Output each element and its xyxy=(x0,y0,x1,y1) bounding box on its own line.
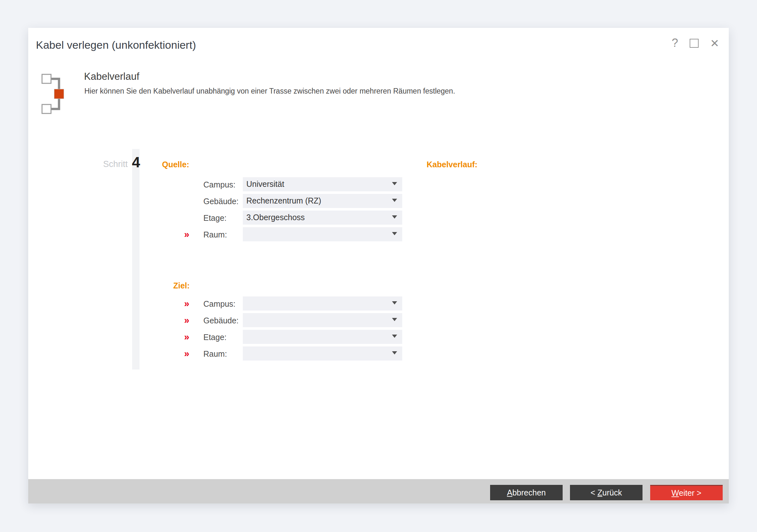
required-marker-icon: » xyxy=(184,298,189,309)
help-icon[interactable]: ? xyxy=(668,36,681,50)
section-title-ziel: Ziel: xyxy=(173,281,190,290)
next-button[interactable]: Weiter > xyxy=(650,485,723,500)
ziel-etage-dropdown[interactable] xyxy=(243,330,402,344)
close-icon[interactable]: ✕ xyxy=(708,37,722,50)
next-button-key: W xyxy=(671,489,679,497)
next-button-post: eiter > xyxy=(679,489,701,497)
quelle-gebaeude-label: Gebäude: xyxy=(203,197,239,206)
ziel-campus-label: Campus: xyxy=(203,299,235,309)
back-button[interactable]: < Zurück xyxy=(570,485,643,500)
quelle-etage-value: 3.Obergeschoss xyxy=(246,213,305,222)
quelle-gebaeude-value: Rechenzentrum (RZ) xyxy=(246,196,321,206)
back-button-pre: < xyxy=(590,488,597,497)
quelle-campus-row: Campus: Universität xyxy=(182,177,404,191)
wizard-step-icon xyxy=(41,73,67,114)
quelle-campus-value: Universität xyxy=(246,180,284,189)
wizard-dialog: Kabel verlegen (unkonfektioniert) ? ✕ Ka… xyxy=(28,28,729,503)
section-title-quelle: Quelle: xyxy=(162,160,189,169)
maximize-icon[interactable] xyxy=(690,39,699,48)
ziel-raum-dropdown[interactable] xyxy=(243,347,402,361)
chevron-down-icon xyxy=(392,318,397,321)
quelle-gebaeude-dropdown[interactable]: Rechenzentrum (RZ) xyxy=(243,194,402,208)
quelle-etage-dropdown[interactable]: 3.Obergeschoss xyxy=(243,210,402,225)
cancel-button[interactable]: Abbrechen xyxy=(490,485,562,500)
section-title-kabelverlauf: Kabelverlauf: xyxy=(427,160,477,169)
quelle-raum-label: Raum: xyxy=(203,230,227,239)
required-marker-icon: » xyxy=(184,315,189,325)
ziel-raum-row: » Raum: xyxy=(182,347,404,361)
required-marker-icon: » xyxy=(184,332,189,342)
ziel-campus-dropdown[interactable] xyxy=(243,296,402,311)
chevron-down-icon xyxy=(392,351,397,354)
chevron-down-icon xyxy=(392,215,397,219)
cancel-button-post: bbrechen xyxy=(512,488,546,497)
ziel-etage-label: Etage: xyxy=(203,333,227,342)
chevron-down-icon xyxy=(392,301,397,304)
step-label: Schritt xyxy=(67,159,128,169)
quelle-raum-row: » Raum: xyxy=(182,227,404,241)
required-marker-icon: » xyxy=(184,229,189,240)
quelle-etage-label: Etage: xyxy=(203,213,227,223)
back-button-post: urück xyxy=(602,488,622,497)
ziel-etage-row: » Etage: xyxy=(182,330,404,344)
ziel-gebaeude-label: Gebäude: xyxy=(203,316,239,325)
step-number: 4 xyxy=(130,154,142,171)
quelle-gebaeude-row: Gebäude: Rechenzentrum (RZ) xyxy=(182,194,404,208)
page-description: Hier können Sie den Kabelverlauf unabhän… xyxy=(84,87,455,96)
quelle-etage-row: Etage: 3.Obergeschoss xyxy=(182,210,404,225)
quelle-raum-dropdown[interactable] xyxy=(243,227,402,241)
chevron-down-icon xyxy=(392,232,397,235)
ziel-campus-row: » Campus: xyxy=(182,296,404,311)
chevron-down-icon xyxy=(392,335,397,338)
back-button-key: Z xyxy=(597,488,602,497)
chevron-down-icon xyxy=(392,199,397,202)
chevron-down-icon xyxy=(392,182,397,185)
ziel-gebaeude-dropdown[interactable] xyxy=(243,313,402,327)
page-title: Kabelverlauf xyxy=(84,71,139,82)
ziel-raum-label: Raum: xyxy=(203,349,227,359)
window-title: Kabel verlegen (unkonfektioniert) xyxy=(36,39,196,51)
ziel-gebaeude-row: » Gebäude: xyxy=(182,313,404,327)
quelle-campus-label: Campus: xyxy=(203,180,235,189)
step-progress-bar xyxy=(132,149,139,370)
quelle-campus-dropdown[interactable]: Universität xyxy=(243,177,402,191)
cancel-button-key: A xyxy=(507,488,513,497)
required-marker-icon: » xyxy=(184,349,189,359)
